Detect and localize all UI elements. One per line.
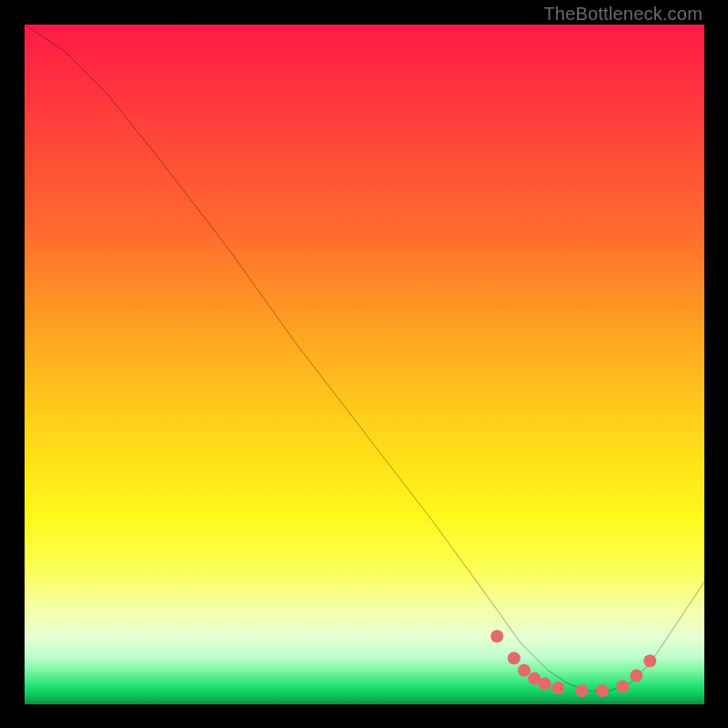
watermark-label: TheBottleneck.com bbox=[543, 4, 703, 25]
heat-gradient-background bbox=[25, 25, 704, 704]
plot-area bbox=[25, 25, 704, 704]
chart-stage: TheBottleneck.com bbox=[0, 0, 728, 728]
